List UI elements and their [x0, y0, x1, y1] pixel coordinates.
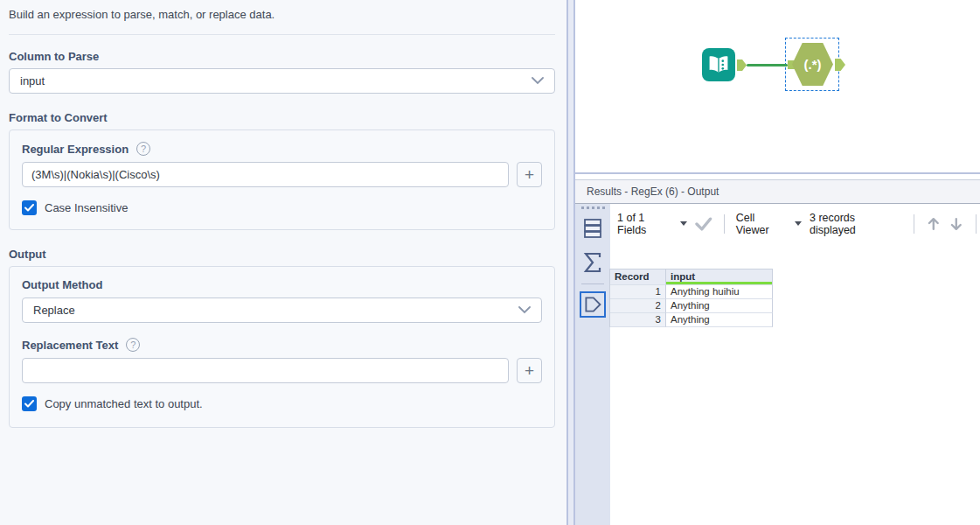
- regular-expression-input[interactable]: [22, 162, 509, 187]
- record-cell[interactable]: 1: [610, 285, 666, 299]
- output-group: Output Method Replace Replacement Text ?…: [9, 266, 555, 428]
- format-to-convert-group: Regular Expression ? + Case Insensitive: [9, 130, 555, 230]
- copy-unmatched-checkbox[interactable]: [22, 396, 37, 411]
- format-to-convert-label: Format to Convert: [9, 111, 555, 124]
- apply-checkmark-icon[interactable]: [695, 217, 712, 231]
- input-cell[interactable]: Anything: [666, 299, 773, 313]
- output-method-label: Output Method: [22, 278, 542, 291]
- grid-view-icon[interactable]: [581, 217, 604, 240]
- regex-config-panel: Build an expression to parse, match, or …: [0, 0, 566, 525]
- output-anchor-button[interactable]: [580, 291, 606, 318]
- replacement-text-input[interactable]: [22, 358, 509, 383]
- replacement-text-label: Replacement Text: [22, 339, 118, 352]
- regular-expression-label: Regular Expression: [22, 143, 129, 156]
- dropdown-arrow-icon: [795, 221, 802, 226]
- input-cell[interactable]: Anything huihiu: [666, 285, 773, 299]
- regex-tool-glyph: (.*): [804, 57, 822, 72]
- table-row[interactable]: 3 Anything: [610, 313, 773, 327]
- metadata-sigma-icon[interactable]: [581, 250, 604, 275]
- column-to-parse-label: Column to Parse: [9, 50, 555, 63]
- results-toolbar: 1 of 1 Fields Cell Viewer 3 records disp…: [610, 204, 980, 243]
- tool-description: Build an expression to parse, match, or …: [9, 0, 555, 21]
- output-method-dropdown[interactable]: Replace: [22, 298, 542, 323]
- chevron-down-icon: [532, 77, 544, 85]
- dropdown-arrow-icon: [680, 221, 687, 226]
- connection-wire[interactable]: [747, 64, 788, 66]
- results-icon-strip: [575, 204, 610, 525]
- record-cell[interactable]: 2: [610, 299, 666, 313]
- chevron-down-icon: [518, 306, 531, 314]
- toolbar-separator: [914, 214, 914, 234]
- string-type-indicator: [666, 282, 772, 284]
- panel-splitter[interactable]: [566, 0, 575, 525]
- output-section-label: Output: [9, 248, 555, 261]
- strip-divider: [581, 284, 604, 284]
- replacement-label-row: Replacement Text ?: [22, 338, 542, 352]
- results-title-bar[interactable]: Results - RegEx (6) - Output: [575, 179, 980, 204]
- input-column-header[interactable]: input: [666, 270, 773, 285]
- help-icon[interactable]: ?: [126, 338, 140, 352]
- cell-viewer-label: Cell Viewer: [736, 212, 789, 236]
- divider: [9, 34, 555, 35]
- toolbar-separator: [976, 214, 977, 234]
- anchor-pentagon-icon: [583, 295, 602, 314]
- output-method-value: Replace: [33, 304, 75, 317]
- input-column-label: input: [671, 271, 695, 282]
- toolbar-separator: [724, 214, 725, 234]
- record-cell[interactable]: 3: [610, 313, 666, 327]
- cell-viewer-dropdown[interactable]: Cell Viewer: [736, 212, 802, 236]
- fields-dropdown[interactable]: 1 of 1 Fields: [617, 212, 687, 236]
- checkmark-icon: [24, 204, 34, 212]
- table-row[interactable]: 1 Anything huihiu: [610, 285, 773, 299]
- table-row[interactable]: 2 Anything: [610, 299, 773, 313]
- case-insensitive-checkbox[interactable]: [22, 200, 37, 215]
- case-insensitive-label: Case Insensitive: [45, 201, 128, 214]
- open-book-icon: [706, 53, 731, 76]
- table-header-row: Record input: [610, 270, 773, 285]
- help-icon[interactable]: ?: [136, 142, 150, 156]
- fields-dropdown-label: 1 of 1 Fields: [617, 212, 675, 236]
- checkmark-icon: [24, 400, 34, 408]
- records-displayed-label: 3 records displayed: [810, 212, 902, 236]
- results-title: Results - RegEx (6) - Output: [587, 186, 719, 198]
- output-anchor[interactable]: [835, 59, 845, 71]
- output-anchor[interactable]: [737, 60, 747, 71]
- regex-label-row: Regular Expression ?: [22, 142, 542, 156]
- text-input-tool[interactable]: [702, 48, 735, 81]
- add-expression-button[interactable]: +: [517, 162, 542, 187]
- down-arrow-icon[interactable]: [949, 216, 964, 232]
- input-cell[interactable]: Anything: [666, 313, 773, 327]
- copy-unmatched-label: Copy unmatched text to output.: [45, 397, 203, 410]
- record-column-header[interactable]: Record: [610, 270, 666, 285]
- workflow-canvas[interactable]: (.*): [575, 0, 980, 174]
- drag-handle-icon[interactable]: [581, 206, 605, 212]
- up-arrow-icon[interactable]: [926, 216, 942, 232]
- column-to-parse-value: input: [20, 74, 45, 88]
- results-table: Record input 1 Anything huihiu 2 Anythin…: [609, 269, 773, 327]
- column-to-parse-dropdown[interactable]: input: [9, 68, 555, 94]
- results-panel: Results - RegEx (6) - Output 1 of 1 Fiel…: [575, 179, 980, 525]
- add-replacement-button[interactable]: +: [517, 358, 542, 383]
